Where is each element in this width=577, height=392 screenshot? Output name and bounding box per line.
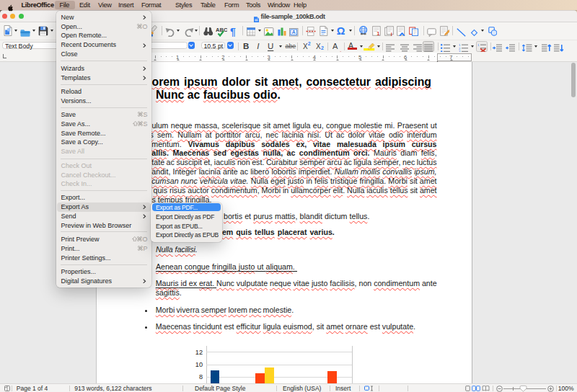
svg-text:¶: ¶ [230,26,236,37]
svg-text:A: A [292,29,296,35]
svg-text:Ω: Ω [337,25,345,36]
svg-text:ABC: ABC [216,26,227,32]
svg-text:1: 1 [477,44,480,47]
svg-text:i: i [390,30,392,35]
svg-text:1: 1 [376,30,379,36]
